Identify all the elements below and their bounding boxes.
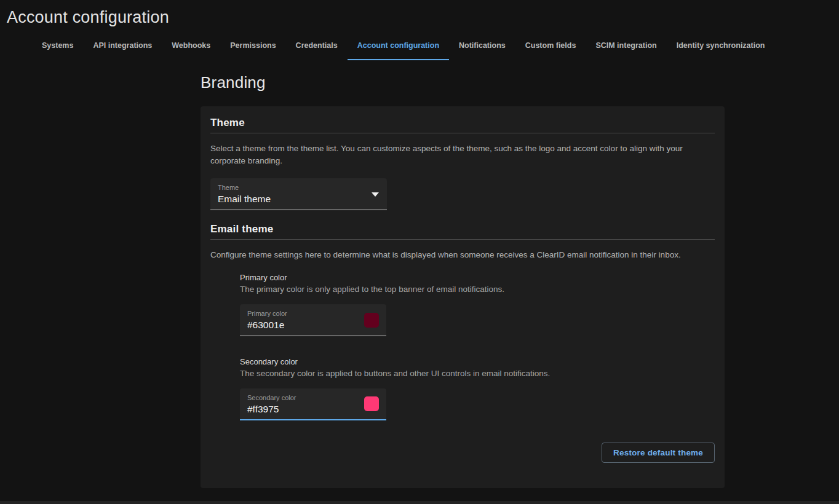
tab-credentials[interactable]: Credentials (286, 41, 348, 60)
secondary-color-swatch[interactable] (364, 396, 379, 411)
page-title: Account configuration (0, 0, 839, 27)
primary-color-heading: Primary color (240, 273, 715, 282)
theme-section-description: Select a theme from the theme list. You … (210, 143, 715, 167)
primary-color-block: Primary color The primary color is only … (240, 273, 715, 336)
theme-select-value: Email theme (218, 193, 380, 205)
window-bottom-edge (0, 501, 839, 504)
tab-identity-synchronization[interactable]: Identity synchronization (667, 41, 775, 60)
tab-webhooks[interactable]: Webhooks (162, 41, 220, 60)
tab-systems[interactable]: Systems (32, 41, 83, 60)
main-content: Branding Theme Select a theme from the t… (201, 73, 725, 488)
tab-notifications[interactable]: Notifications (449, 41, 515, 60)
restore-default-theme-button[interactable]: Restore default theme (602, 443, 715, 463)
primary-color-input[interactable]: Primary color #63001e (240, 304, 386, 336)
tab-bar: Systems API integrations Webhooks Permis… (0, 41, 839, 60)
tab-account-configuration[interactable]: Account configuration (348, 41, 449, 60)
primary-color-swatch[interactable] (364, 313, 379, 328)
secondary-color-description: The secondary color is applied to button… (240, 369, 715, 378)
tab-permissions[interactable]: Permissions (220, 41, 285, 60)
primary-color-input-label: Primary color (247, 310, 379, 317)
theme-select[interactable]: Theme Email theme (210, 178, 387, 210)
theme-section-header: Theme (210, 117, 715, 133)
secondary-color-input-value: #ff3975 (247, 403, 379, 415)
primary-color-input-value: #63001e (247, 319, 379, 331)
secondary-color-input[interactable]: Secondary color #ff3975 (240, 388, 386, 420)
branding-heading: Branding (201, 73, 725, 92)
primary-color-description: The primary color is only applied to the… (240, 285, 715, 294)
tab-custom-fields[interactable]: Custom fields (515, 41, 586, 60)
email-theme-section-description: Configure theme settings here to determi… (210, 249, 715, 261)
secondary-color-block: Secondary color The secondary color is a… (240, 357, 715, 420)
theme-select-label: Theme (218, 184, 380, 191)
secondary-color-input-label: Secondary color (247, 394, 379, 401)
secondary-color-heading: Secondary color (240, 357, 715, 366)
email-theme-section-header: Email theme (210, 223, 715, 240)
tab-scim-integration[interactable]: SCIM integration (586, 41, 666, 60)
card-actions: Restore default theme (210, 443, 715, 463)
tab-api-integrations[interactable]: API integrations (83, 41, 162, 60)
branding-card: Theme Select a theme from the theme list… (201, 106, 725, 488)
chevron-down-icon (372, 192, 379, 197)
